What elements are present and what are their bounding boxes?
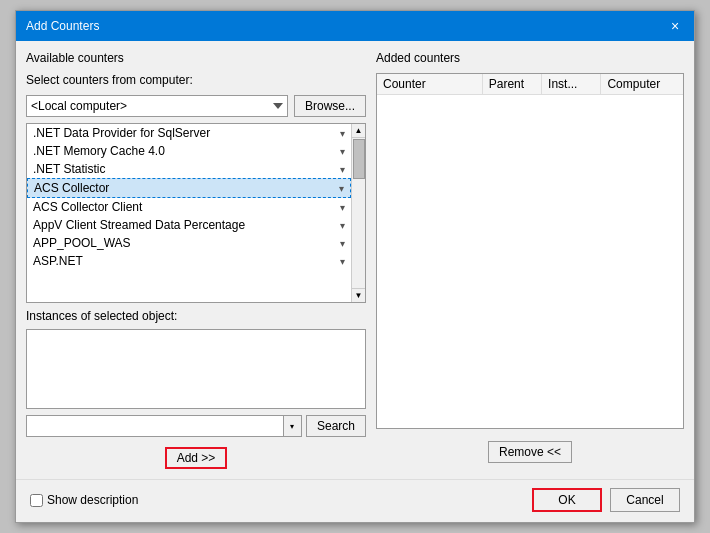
list-item[interactable]: .NET Data Provider for SqlServer ▾	[27, 124, 351, 142]
browse-button[interactable]: Browse...	[294, 95, 366, 117]
show-description-label: Show description	[47, 493, 138, 507]
search-row: ▾ Search	[26, 415, 366, 437]
list-item-acs-collector[interactable]: ACS Collector ▾	[27, 178, 351, 198]
right-panel: Added counters Counter Parent Inst... Co…	[376, 51, 684, 469]
col-header-parent: Parent	[483, 74, 542, 94]
ok-button[interactable]: OK	[532, 488, 602, 512]
add-row: Add >>	[26, 447, 366, 469]
cancel-button[interactable]: Cancel	[610, 488, 680, 512]
counter-list-wrapper: .NET Data Provider for SqlServer ▾ .NET …	[26, 123, 366, 303]
scrollbar[interactable]: ▲ ▼	[351, 124, 365, 302]
computer-select[interactable]: <Local computer>	[26, 95, 288, 117]
available-counters-label: Available counters	[26, 51, 366, 65]
col-header-computer: Computer	[601, 74, 683, 94]
added-counters-body	[377, 95, 683, 428]
dialog-body: Available counters Select counters from …	[16, 41, 694, 479]
list-item[interactable]: .NET Memory Cache 4.0 ▾	[27, 142, 351, 160]
remove-row: Remove <<	[376, 435, 684, 469]
list-item[interactable]: ACS Collector Client ▾	[27, 198, 351, 216]
instances-box	[26, 329, 366, 409]
add-counters-dialog: Add Counters × Available counters Select…	[15, 10, 695, 523]
show-description-row: Show description	[30, 493, 138, 507]
chevron-down-icon: ▾	[340, 164, 345, 175]
chevron-down-icon: ▾	[340, 220, 345, 231]
counter-list[interactable]: .NET Data Provider for SqlServer ▾ .NET …	[27, 124, 351, 302]
dialog-title: Add Counters	[26, 19, 99, 33]
close-button[interactable]: ×	[666, 17, 684, 35]
added-counters-label: Added counters	[376, 51, 684, 65]
chevron-down-icon: ▾	[340, 128, 345, 139]
instances-label: Instances of selected object:	[26, 309, 366, 323]
chevron-down-icon: ▾	[340, 146, 345, 157]
search-input[interactable]	[27, 416, 283, 436]
list-item[interactable]: .NET Statistic ▾	[27, 160, 351, 178]
show-description-checkbox[interactable]	[30, 494, 43, 507]
chevron-down-icon: ▾	[340, 202, 345, 213]
chevron-down-icon: ▾	[340, 238, 345, 249]
added-counters-box: Counter Parent Inst... Computer	[376, 73, 684, 429]
select-from-label: Select counters from computer:	[26, 73, 366, 87]
search-button[interactable]: Search	[306, 415, 366, 437]
added-counters-header: Counter Parent Inst... Computer	[377, 74, 683, 95]
list-item[interactable]: AppV Client Streamed Data Percentage ▾	[27, 216, 351, 234]
add-button[interactable]: Add >>	[165, 447, 228, 469]
footer-buttons: OK Cancel	[532, 488, 680, 512]
remove-button[interactable]: Remove <<	[488, 441, 572, 463]
list-item[interactable]: APP_POOL_WAS ▾	[27, 234, 351, 252]
search-input-wrapper: ▾	[26, 415, 302, 437]
scroll-down-icon[interactable]: ▼	[352, 288, 365, 302]
col-header-inst: Inst...	[542, 74, 601, 94]
scroll-thumb[interactable]	[353, 139, 365, 179]
col-header-counter: Counter	[377, 74, 483, 94]
search-dropdown-btn[interactable]: ▾	[283, 416, 301, 436]
list-item[interactable]: ASP.NET ▾	[27, 252, 351, 270]
computer-select-row: <Local computer> Browse...	[26, 95, 366, 117]
scroll-up-icon[interactable]: ▲	[352, 124, 365, 138]
chevron-down-icon: ▾	[340, 256, 345, 267]
chevron-down-icon: ▾	[339, 183, 344, 194]
title-bar: Add Counters ×	[16, 11, 694, 41]
left-panel: Available counters Select counters from …	[26, 51, 366, 469]
dialog-footer: Show description OK Cancel	[16, 479, 694, 522]
